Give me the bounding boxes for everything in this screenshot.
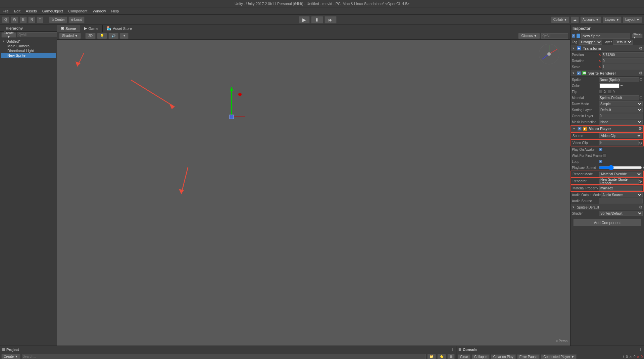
toolbar-rotate[interactable]: E xyxy=(20,16,27,23)
menu-component[interactable]: Component xyxy=(68,9,87,13)
loop-checkbox[interactable]: ✓ xyxy=(599,160,603,164)
light-toggle[interactable]: 💡 xyxy=(97,33,107,39)
play-button[interactable]: ▶ xyxy=(299,16,310,24)
hierarchy-search[interactable] xyxy=(17,32,62,37)
menu-file[interactable]: File xyxy=(3,9,9,13)
hierarchy-item-directional[interactable]: Directional Light xyxy=(1,48,56,53)
menu-edit[interactable]: Edit xyxy=(14,9,20,13)
console-connected-player-btn[interactable]: Connected Player ▼ xyxy=(541,354,577,359)
hierarchy-item-untitled[interactable]: ▼ Untitled* xyxy=(1,39,56,44)
color-swatch[interactable] xyxy=(599,83,620,88)
sprite-renderer-section[interactable]: ▼ ✓ 🖼 Sprite Renderer ⚙ xyxy=(571,70,644,77)
render-mode-label: Render Mode xyxy=(573,172,599,176)
sprite-renderer-enabled[interactable]: ✓ xyxy=(577,71,581,75)
video-player-gear[interactable]: ⚙ xyxy=(638,126,642,131)
renderer-value: New Sprite (Sprite Render xyxy=(599,179,639,184)
flip-y-checkbox[interactable] xyxy=(608,90,612,94)
sprite-select-btn[interactable]: ⊙ xyxy=(639,77,643,82)
twod-toggle[interactable]: 2D xyxy=(85,33,96,39)
hierarchy-panel: ☰ Hierarchy ⋮ Create ▼ ▼ Untitled* Main … xyxy=(0,25,57,346)
console-error-pause-btn[interactable]: Error Pause xyxy=(517,354,540,359)
draw-mode-dropdown[interactable]: Simple xyxy=(599,101,643,106)
pause-button[interactable]: ⏸ xyxy=(311,16,323,24)
console-clear-btn[interactable]: Clear xyxy=(458,354,470,359)
cloud-button[interactable]: ☁ xyxy=(571,16,579,23)
video-player-enabled[interactable]: ✓ xyxy=(578,127,582,131)
toolbar-scale[interactable]: R xyxy=(28,16,35,23)
collapse-icon[interactable]: ▼ xyxy=(2,40,5,43)
video-clip-select[interactable]: ⊙ xyxy=(639,141,642,145)
sprites-default-gear[interactable]: ⚙ xyxy=(639,205,643,210)
playback-speed-slider[interactable] xyxy=(599,165,642,170)
project-star-btn[interactable]: ⭐ xyxy=(437,354,446,359)
layer-dropdown[interactable]: Default xyxy=(613,40,633,45)
hierarchy-item-newsprite[interactable]: New Sprite xyxy=(1,53,56,58)
wait-checkbox[interactable] xyxy=(602,153,606,158)
menu-window[interactable]: Window xyxy=(93,9,106,13)
order-in-layer-field[interactable] xyxy=(599,114,643,119)
tab-assetstore[interactable]: 🏪 Asset Store xyxy=(103,25,136,32)
toolbar-translate[interactable]: Q xyxy=(2,16,9,23)
inspector-header: Inspector xyxy=(571,25,644,32)
toolbar-move[interactable]: W xyxy=(11,16,18,23)
toolbar-rect[interactable]: T xyxy=(37,16,43,23)
rot-x-field[interactable] xyxy=(602,58,644,63)
project-view-btn[interactable]: ⊞ xyxy=(447,354,455,359)
render-mode-dropdown[interactable]: Material Override xyxy=(599,172,642,177)
project-folder-btn[interactable]: 📁 xyxy=(427,354,436,359)
svg-marker-2 xyxy=(230,87,233,91)
static-badge[interactable]: Static ▼ xyxy=(632,34,643,38)
audio-toggle[interactable]: 🔊 xyxy=(108,33,118,39)
shaded-dropdown[interactable]: Shaded ▼ xyxy=(59,33,81,39)
console-lock: ☰ xyxy=(458,348,461,351)
tab-scene[interactable]: ⊞ Scene xyxy=(57,25,80,32)
flip-x-checkbox[interactable] xyxy=(599,90,603,94)
project-search[interactable] xyxy=(22,354,426,359)
shader-dropdown[interactable]: Sprites/Default xyxy=(599,211,643,216)
step-button[interactable]: ⏭ xyxy=(325,16,337,24)
menu-gameobject[interactable]: GameObject xyxy=(42,9,63,13)
toolbar-global[interactable]: ⊕ Local xyxy=(68,16,85,23)
video-player-section[interactable]: ▼ ✓ ▶ Video Player ⚙ xyxy=(571,125,644,132)
sprite-renderer-gear[interactable]: ⚙ xyxy=(639,71,643,76)
hierarchy-item-maincamera[interactable]: Main Camera xyxy=(1,44,56,48)
sorting-layer-dropdown[interactable]: Default xyxy=(599,107,643,113)
color-eyedropper[interactable]: ✒ xyxy=(620,83,624,88)
layout-button[interactable]: Layout ▼ xyxy=(623,16,642,23)
scene-search[interactable] xyxy=(541,33,568,39)
obj-name-field[interactable] xyxy=(581,33,630,39)
toolbar-pivot[interactable]: ⊙ Center xyxy=(49,16,67,23)
play-on-awake-checkbox[interactable]: ✓ xyxy=(599,147,603,151)
menu-help[interactable]: Help xyxy=(111,9,119,13)
fx-toggle[interactable]: ✦ xyxy=(120,33,129,39)
add-component-button[interactable]: Add Component xyxy=(573,219,641,226)
transform-section[interactable]: ▼ ⊕ Transform ⚙ xyxy=(571,45,644,52)
inspector-panel: Inspector ✓ Static ▼ Tag Untagged Layer … xyxy=(570,25,644,346)
hierarchy-label-newsprite: New Sprite xyxy=(7,53,26,57)
project-create-btn[interactable]: Create ▼ xyxy=(1,354,20,359)
layers-button[interactable]: Layers ▼ xyxy=(603,16,622,23)
sprites-default-section[interactable]: ▼ Sprites-Default ⚙ xyxy=(571,204,644,210)
menu-assets[interactable]: Assets xyxy=(26,9,37,13)
svg-rect-5 xyxy=(230,115,234,119)
material-select-btn[interactable]: ⊙ xyxy=(639,95,643,100)
tag-dropdown[interactable]: Untagged xyxy=(579,40,602,45)
mask-interaction-dropdown[interactable]: None xyxy=(599,120,643,125)
obj-enabled-checkbox[interactable]: ✓ xyxy=(572,34,575,38)
console-clear-on-play-btn[interactable]: Clear on Play xyxy=(491,354,516,359)
collab-button[interactable]: Collab ▼ xyxy=(551,16,569,23)
pos-x-field[interactable] xyxy=(602,52,644,57)
source-dropdown[interactable]: Video Clip xyxy=(599,133,642,138)
tab-game[interactable]: ▶ Game xyxy=(80,25,103,32)
console-collapse-btn[interactable]: Collapse xyxy=(472,354,490,359)
scale-label: Scale xyxy=(572,65,599,69)
scale-x-field[interactable] xyxy=(602,64,644,70)
audio-output-mode-dropdown[interactable]: Audio Source xyxy=(601,192,643,197)
inspector-obj-header: ✓ Static ▼ xyxy=(571,32,644,39)
transform-gear[interactable]: ⚙ xyxy=(639,46,643,51)
account-button[interactable]: Account ▼ xyxy=(580,16,601,23)
renderer-select-btn[interactable]: ⊙ xyxy=(639,179,642,184)
hierarchy-create-btn[interactable]: Create ▼ xyxy=(1,32,16,38)
gizmos-btn[interactable]: Gizmos ▼ xyxy=(518,33,540,39)
scene-viewport[interactable]: < Persp xyxy=(57,40,570,346)
